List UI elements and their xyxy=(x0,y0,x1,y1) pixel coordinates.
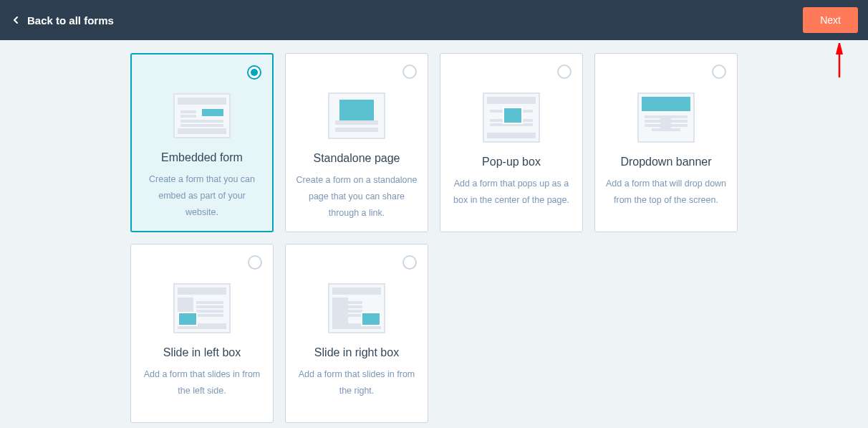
thumb-slide-right-icon xyxy=(328,283,385,333)
next-button[interactable]: Next xyxy=(803,7,858,33)
option-title: Pop-up box xyxy=(482,156,541,168)
option-card-standalone[interactable]: Standalone page Create a form on a stand… xyxy=(285,53,428,232)
option-title: Slide in left box xyxy=(163,346,241,359)
option-title: Dropdown banner xyxy=(620,156,711,168)
thumb-slide-left-icon xyxy=(173,283,231,333)
option-title: Embedded form xyxy=(161,151,243,164)
radio-slide-right[interactable] xyxy=(402,255,417,270)
option-desc: Add a form that slides in from the right… xyxy=(296,366,418,399)
form-type-grid: Embedded form Create a form that you can… xyxy=(130,53,738,423)
header-bar: Back to all forms Next xyxy=(0,0,868,40)
option-desc: Add a form that pops up as a box in the … xyxy=(450,176,572,209)
back-to-forms-link[interactable]: Back to all forms xyxy=(10,14,114,27)
radio-embedded[interactable] xyxy=(247,65,261,80)
option-desc: Add a form that slides in from the left … xyxy=(141,366,263,399)
option-card-slide-left[interactable]: Slide in left box Add a form that slides… xyxy=(130,244,274,423)
radio-popup[interactable] xyxy=(557,65,572,79)
thumb-embedded-icon xyxy=(173,93,231,138)
option-card-embedded[interactable]: Embedded form Create a form that you can… xyxy=(130,53,274,232)
radio-standalone[interactable] xyxy=(402,65,417,79)
thumb-popup-icon xyxy=(483,92,540,143)
thumb-dropdown-icon xyxy=(637,92,695,143)
option-title: Slide in right box xyxy=(314,346,399,359)
option-card-dropdown[interactable]: Dropdown banner Add a form that will dro… xyxy=(594,53,738,232)
thumb-standalone-icon xyxy=(328,92,385,139)
option-title: Standalone page xyxy=(314,152,400,165)
radio-dropdown[interactable] xyxy=(712,65,726,79)
radio-slide-left[interactable] xyxy=(248,255,262,270)
option-desc: Add a form that will drop down from the … xyxy=(605,176,727,209)
content-area: Embedded form Create a form that you can… xyxy=(0,40,868,423)
option-desc: Create a form that you can embed as part… xyxy=(142,171,262,221)
option-card-slide-right[interactable]: Slide in right box Add a form that slide… xyxy=(285,244,428,423)
option-card-popup[interactable]: Pop-up box Add a form that pops up as a … xyxy=(440,53,583,232)
back-label: Back to all forms xyxy=(27,14,114,27)
option-desc: Create a form on a standalone page that … xyxy=(296,172,418,222)
chevron-left-icon xyxy=(10,14,21,26)
